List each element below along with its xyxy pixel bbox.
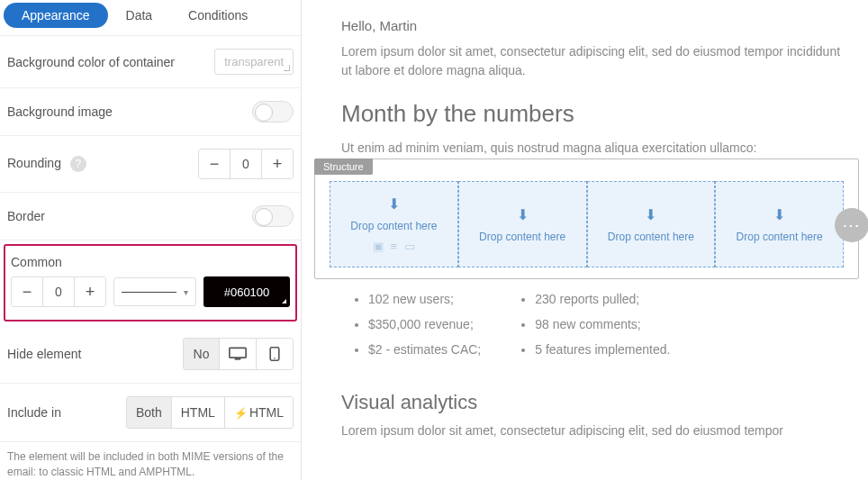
stats-left: 102 new users; $350,000 revenue; $2 - es…: [368, 292, 481, 367]
download-icon: ⬇: [645, 206, 656, 223]
dropzone-label: Drop content here: [350, 220, 437, 232]
bg-color-row: Background color of container transparen…: [0, 35, 301, 88]
mobile-icon: [266, 347, 284, 361]
include-option-html[interactable]: HTML: [172, 397, 225, 428]
common-block: Common − 0 + ▾ #060100: [4, 244, 297, 322]
common-label: Common: [11, 255, 290, 269]
subtext-2: Lorem ipsum dolor sit amet, consectetur …: [341, 423, 850, 438]
list-item: 98 new comments;: [535, 317, 670, 331]
desktop-icon: [229, 347, 247, 361]
tab-data[interactable]: Data: [108, 3, 171, 28]
heading-visual: Visual analytics: [341, 391, 850, 414]
more-button[interactable]: ⋯: [835, 208, 868, 242]
common-plus[interactable]: +: [75, 277, 105, 306]
dropzone-label: Drop content here: [608, 231, 694, 243]
list-item: 102 new users;: [368, 292, 481, 306]
include-in-note: The element will be included in both MIM…: [0, 442, 301, 480]
hide-element-row: Hide element No: [0, 325, 301, 384]
line-preview: [122, 292, 176, 293]
hide-element-segment: No: [183, 338, 294, 370]
download-icon: ⬇: [517, 206, 529, 223]
common-minus[interactable]: −: [12, 277, 42, 306]
greeting-text: Hello, Martin: [341, 18, 850, 33]
dropzone-label: Drop content here: [737, 231, 823, 243]
rounding-plus[interactable]: +: [262, 149, 293, 178]
dropzone-2[interactable]: ⬇ Drop content here: [458, 181, 587, 267]
tab-conditions[interactable]: Conditions: [170, 3, 266, 28]
intro-text: Lorem ipsum dolor sit amet, consectetur …: [341, 42, 850, 80]
border-label: Border: [7, 209, 45, 223]
content-type-icons: ▣ ≡ ▭: [373, 240, 416, 253]
text-icon: ≡: [391, 240, 398, 253]
rounding-value: 0: [230, 149, 262, 178]
stats-right: 230 reports pulled; 98 new comments; 5 f…: [535, 292, 670, 367]
dropzone-4[interactable]: ⬇ Drop content here: [715, 181, 844, 267]
settings-tabs: Appearance Data Conditions: [0, 0, 301, 30]
bg-color-picker[interactable]: transparent: [214, 49, 294, 75]
hide-element-label: Hide element: [7, 347, 82, 361]
image-icon: ▣: [373, 240, 384, 253]
list-item: 5 features implemented.: [535, 342, 670, 357]
include-option-amp[interactable]: HTML: [225, 397, 293, 428]
structure-tag: Structure: [314, 158, 373, 175]
button-icon: ▭: [404, 240, 415, 253]
rounding-row: Rounding ? − 0 +: [0, 136, 301, 193]
bg-color-label: Background color of container: [7, 55, 175, 69]
common-value: 0: [42, 277, 75, 306]
settings-sidebar: Appearance Data Conditions Background co…: [0, 0, 302, 480]
border-row: Border: [0, 193, 301, 240]
structure-block[interactable]: Structure ⬇ Drop content here ▣ ≡ ▭ ⬇ Dr…: [314, 158, 859, 279]
border-style-select[interactable]: ▾: [113, 277, 196, 306]
bg-image-row: Background image: [0, 88, 301, 136]
border-toggle[interactable]: [252, 205, 294, 227]
bolt-icon: [234, 405, 249, 420]
include-in-label: Include in: [7, 405, 61, 420]
rounding-minus[interactable]: −: [199, 149, 230, 178]
heading-month: Month by the numbers: [341, 100, 850, 128]
chevron-down-icon: ▾: [184, 287, 188, 297]
svg-point-3: [274, 358, 276, 359]
email-canvas: Hello, Martin Lorem ipsum dolor sit amet…: [302, 0, 868, 480]
include-in-segment: Both HTML HTML: [126, 396, 294, 429]
rounding-stepper[interactable]: − 0 +: [198, 149, 294, 179]
dropzone-label: Drop content here: [479, 231, 565, 243]
common-stepper[interactable]: − 0 +: [11, 276, 106, 307]
list-item: 230 reports pulled;: [535, 292, 670, 306]
bg-image-toggle[interactable]: [252, 101, 294, 122]
help-icon[interactable]: ?: [70, 156, 86, 172]
hide-option-desktop[interactable]: [220, 339, 257, 369]
download-icon: ⬇: [388, 195, 400, 213]
tab-appearance[interactable]: Appearance: [4, 3, 108, 28]
stats-columns: 102 new users; $350,000 revenue; $2 - es…: [368, 292, 850, 367]
dropzone-1[interactable]: ⬇ Drop content here ▣ ≡ ▭: [330, 181, 458, 267]
hide-option-mobile[interactable]: [257, 339, 293, 369]
download-icon: ⬇: [773, 206, 785, 223]
svg-rect-1: [235, 358, 241, 360]
rounding-label: Rounding ?: [7, 156, 86, 172]
subtext-1: Ut enim ad minim veniam, quis nostrud ma…: [341, 140, 850, 155]
hide-option-no[interactable]: No: [184, 339, 220, 369]
border-color-picker[interactable]: #060100: [203, 276, 290, 307]
bg-image-label: Background image: [7, 104, 113, 119]
svg-rect-0: [230, 349, 246, 358]
list-item: $2 - estimates CAC;: [368, 342, 481, 357]
include-in-row: Include in Both HTML HTML: [0, 384, 301, 442]
include-option-both[interactable]: Both: [127, 397, 172, 428]
list-item: $350,000 revenue;: [368, 317, 481, 331]
dropzones: ⬇ Drop content here ▣ ≡ ▭ ⬇ Drop content…: [330, 181, 844, 267]
dropzone-3[interactable]: ⬇ Drop content here: [587, 181, 716, 267]
